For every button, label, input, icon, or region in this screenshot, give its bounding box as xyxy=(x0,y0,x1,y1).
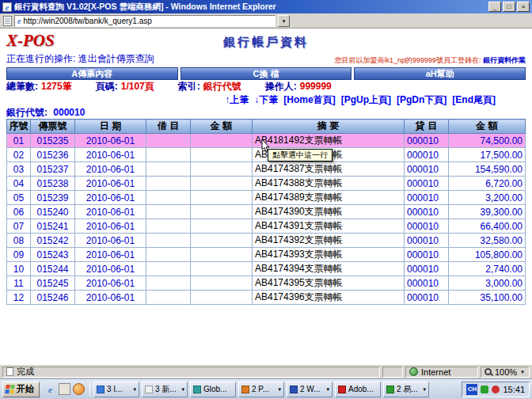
nav-link[interactable]: [End尾頁] xyxy=(452,93,496,106)
ie-quicklaunch-icon[interactable]: e xyxy=(44,383,56,395)
cell-summary[interactable]: AB4174388支票轉帳 xyxy=(253,177,405,191)
cell-amount2[interactable]: 66,400.00 xyxy=(449,219,526,234)
cell-amount1[interactable] xyxy=(191,276,253,291)
nav-link[interactable]: ↑上筆 xyxy=(225,93,249,106)
nav-link[interactable]: [PgUp上頁] xyxy=(341,93,391,106)
cell-amount2[interactable]: 3,200.00 xyxy=(449,191,526,205)
table-row[interactable]: 040152382010-06-01AB4174388支票轉帳0000106,7… xyxy=(7,177,526,191)
cell-date[interactable]: 2010-06-01 xyxy=(75,177,146,191)
cell-debit[interactable] xyxy=(146,262,191,276)
cell-credit[interactable]: 000010 xyxy=(405,134,449,148)
cell-no[interactable]: 02 xyxy=(7,148,31,162)
cell-date[interactable]: 2010-06-01 xyxy=(75,234,146,248)
cell-summary[interactable]: AB4174396支票轉帳 xyxy=(253,291,405,305)
cell-no[interactable]: 03 xyxy=(7,162,31,177)
cell-credit[interactable]: 000010 xyxy=(405,162,449,177)
taskbar-button[interactable]: Glob... xyxy=(190,382,236,397)
tray-icon-1[interactable] xyxy=(481,386,488,393)
cell-summary[interactable]: AB4174389支票轉帳 xyxy=(253,191,405,205)
cell-credit[interactable]: 000010 xyxy=(405,291,449,305)
cell-debit[interactable] xyxy=(146,148,191,162)
maximize-button[interactable]: □ xyxy=(503,2,515,12)
cell-date[interactable]: 2010-06-01 xyxy=(75,191,146,205)
input-language-indicator[interactable]: CH xyxy=(466,384,477,395)
cell-credit[interactable]: 000010 xyxy=(405,148,449,162)
cell-amount2[interactable]: 6,720.00 xyxy=(449,177,526,191)
tab-2[interactable]: aH幫助 xyxy=(354,67,526,80)
taskbar-button[interactable]: 2 易...▾ xyxy=(383,382,429,397)
cell-debit[interactable] xyxy=(146,291,191,305)
cell-no[interactable]: 10 xyxy=(7,262,31,276)
close-button[interactable]: × xyxy=(517,2,530,12)
cell-date[interactable]: 2010-06-01 xyxy=(75,291,146,305)
cell-debit[interactable] xyxy=(146,276,191,291)
cell-no[interactable]: 12 xyxy=(7,291,31,305)
table-row[interactable]: 070152412010-06-01AB4174391支票轉帳00001066,… xyxy=(7,219,526,234)
cell-summary[interactable]: AB4174392支票轉帳 xyxy=(253,234,405,248)
cell-date[interactable]: 2010-06-01 xyxy=(75,162,146,177)
cell-voucher[interactable]: 015240 xyxy=(31,205,75,219)
cell-voucher[interactable]: 015238 xyxy=(31,177,75,191)
cell-voucher[interactable]: 015243 xyxy=(31,248,75,262)
cell-summary[interactable]: AB4174394支票轉帳 xyxy=(253,262,405,276)
cell-voucher[interactable]: 015235 xyxy=(31,134,75,148)
cell-voucher[interactable]: 015237 xyxy=(31,162,75,177)
cell-credit[interactable]: 000010 xyxy=(405,205,449,219)
cell-voucher[interactable]: 015244 xyxy=(31,262,75,276)
cell-date[interactable]: 2010-06-01 xyxy=(75,219,146,234)
cell-amount2[interactable]: 17,500.00 xyxy=(449,148,526,162)
cell-no[interactable]: 05 xyxy=(7,191,31,205)
cell-amount2[interactable]: 2,740.00 xyxy=(449,262,526,276)
cell-amount1[interactable] xyxy=(191,291,253,305)
cell-credit[interactable]: 000010 xyxy=(405,276,449,291)
cell-amount1[interactable] xyxy=(191,262,253,276)
table-row[interactable]: 120152462010-06-01AB4174396支票轉帳00001035,… xyxy=(7,291,526,305)
cell-debit[interactable] xyxy=(146,162,191,177)
cell-voucher[interactable]: 015242 xyxy=(31,234,75,248)
table-row[interactable]: 050152392010-06-01AB4174389支票轉帳0000103,2… xyxy=(7,191,526,205)
cell-debit[interactable] xyxy=(146,191,191,205)
cell-amount2[interactable]: 154,590.00 xyxy=(449,162,526,177)
cell-debit[interactable] xyxy=(146,219,191,234)
tray-icon-2[interactable] xyxy=(492,386,500,393)
cell-summary[interactable]: AB4174390支票轉帳 xyxy=(253,205,405,219)
table-row[interactable]: 090152432010-06-01AB4174393支票轉帳000010105… xyxy=(7,248,526,262)
cell-summary[interactable]: AB4174395支票轉帳 xyxy=(253,276,405,291)
cell-no[interactable]: 11 xyxy=(7,276,31,291)
cell-amount1[interactable] xyxy=(191,219,253,234)
app-quicklaunch-icon[interactable] xyxy=(73,383,85,395)
cell-summary[interactable]: AB4181492支票轉帳 xyxy=(253,134,405,148)
cell-summary[interactable]: AB4174393支票轉帳 xyxy=(253,248,405,262)
cell-date[interactable]: 2010-06-01 xyxy=(75,276,146,291)
table-row[interactable]: 110152452010-06-01AB4174395支票轉帳0000103,0… xyxy=(7,276,526,291)
cell-credit[interactable]: 000010 xyxy=(405,234,449,248)
url-dropdown-icon[interactable]: ▾ xyxy=(278,15,290,27)
table-row[interactable]: 080152422010-06-01AB4174392支票轉帳00001032,… xyxy=(7,234,526,248)
cell-date[interactable]: 2010-06-01 xyxy=(75,148,146,162)
cell-summary[interactable]: AB4174391支票轉帳 xyxy=(253,219,405,234)
cell-no[interactable]: 06 xyxy=(7,205,31,219)
cell-credit[interactable]: 000010 xyxy=(405,262,449,276)
cell-no[interactable]: 01 xyxy=(7,134,31,148)
taskbar-button[interactable]: Adob... xyxy=(335,382,381,397)
nav-link[interactable]: [PgDn下頁] xyxy=(397,93,446,106)
cell-voucher[interactable]: 015241 xyxy=(31,219,75,234)
cell-credit[interactable]: 000010 xyxy=(405,248,449,262)
cell-amount2[interactable]: 3,000.00 xyxy=(449,276,526,291)
cell-debit[interactable] xyxy=(146,234,191,248)
tab-0[interactable]: A傳票內容 xyxy=(6,67,178,80)
cell-no[interactable]: 09 xyxy=(7,248,31,262)
cell-date[interactable]: 2010-06-01 xyxy=(75,134,146,148)
cell-voucher[interactable]: 015245 xyxy=(31,276,75,291)
cell-no[interactable]: 04 xyxy=(7,177,31,191)
cell-no[interactable]: 08 xyxy=(7,234,31,248)
cell-amount1[interactable] xyxy=(191,177,253,191)
table-row[interactable]: 100152442010-06-01AB4174394支票轉帳0000102,7… xyxy=(7,262,526,276)
url-input[interactable]: e http://win2008/tw/bank/k_query1.asp xyxy=(14,15,276,27)
cell-debit[interactable] xyxy=(146,134,191,148)
cell-date[interactable]: 2010-06-01 xyxy=(75,248,146,262)
cell-amount2[interactable]: 32,580.00 xyxy=(449,234,526,248)
cell-amount1[interactable] xyxy=(191,162,253,177)
cell-amount1[interactable] xyxy=(191,248,253,262)
start-button[interactable]: 开始 xyxy=(2,382,40,397)
